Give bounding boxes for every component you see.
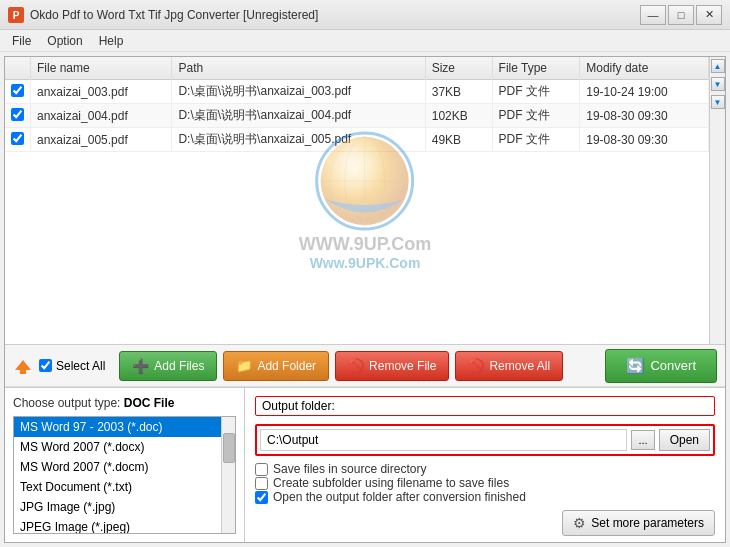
file-table: File name Path Size File Type Modify dat… bbox=[5, 57, 709, 152]
output-list-item[interactable]: JPG Image (*.jpg) bbox=[14, 497, 221, 517]
folder-option-checkbox-0[interactable] bbox=[255, 463, 268, 476]
folder-input-row: ... Open bbox=[255, 424, 715, 456]
bottom-panel: Choose output type: DOC File MS Word 97 … bbox=[5, 387, 725, 542]
convert-icon: 🔄 bbox=[626, 357, 645, 375]
folder-option-1: Create subfolder using filename to save … bbox=[255, 476, 715, 490]
menu-file[interactable]: File bbox=[4, 32, 39, 50]
row-size: 102KB bbox=[425, 104, 492, 128]
table-row: anxaizai_003.pdf D:\桌面\说明书\anxaizai_003.… bbox=[5, 80, 709, 104]
remove-file-button[interactable]: 🚫 Remove File bbox=[335, 351, 449, 381]
folder-browse-button[interactable]: ... bbox=[631, 430, 654, 450]
folder-option-checkbox-1[interactable] bbox=[255, 477, 268, 490]
table-row: anxaizai_004.pdf D:\桌面\说明书\anxaizai_004.… bbox=[5, 104, 709, 128]
row-size: 37KB bbox=[425, 80, 492, 104]
col-filename: File name bbox=[31, 57, 172, 80]
output-list[interactable]: MS Word 97 - 2003 (*.doc)MS Word 2007 (*… bbox=[14, 417, 221, 533]
add-folder-label: Add Folder bbox=[257, 359, 316, 373]
output-folder-panel: Output folder: ... Open Save files in so… bbox=[245, 388, 725, 542]
svg-text:P: P bbox=[13, 10, 20, 21]
row-path: D:\桌面\说明书\anxaizai_005.pdf bbox=[172, 128, 425, 152]
row-checkbox[interactable] bbox=[11, 132, 24, 145]
row-size: 49KB bbox=[425, 128, 492, 152]
col-size: Size bbox=[425, 57, 492, 80]
set-params-label: Set more parameters bbox=[591, 516, 704, 530]
row-checkbox-cell[interactable] bbox=[5, 104, 31, 128]
svg-rect-10 bbox=[20, 370, 26, 374]
row-checkbox[interactable] bbox=[11, 84, 24, 97]
row-checkbox-cell[interactable] bbox=[5, 80, 31, 104]
row-filetype: PDF 文件 bbox=[492, 128, 580, 152]
folder-label: Output folder: bbox=[255, 396, 715, 416]
close-button[interactable]: ✕ bbox=[696, 5, 722, 25]
col-check bbox=[5, 57, 31, 80]
folder-option-2: Open the output folder after conversion … bbox=[255, 490, 715, 504]
folder-option-checkbox-2[interactable] bbox=[255, 491, 268, 504]
watermark-text1: WWW.9UP.Com bbox=[299, 234, 432, 255]
upload-icon bbox=[13, 356, 33, 376]
select-all-checkbox[interactable] bbox=[39, 359, 52, 372]
row-filetype: PDF 文件 bbox=[492, 80, 580, 104]
output-list-item[interactable]: Text Document (*.txt) bbox=[14, 477, 221, 497]
row-date: 19-10-24 19:00 bbox=[580, 80, 709, 104]
output-type-label: Choose output type: DOC File bbox=[13, 396, 236, 410]
remove-all-label: Remove All bbox=[489, 359, 550, 373]
row-filename: anxaizai_003.pdf bbox=[31, 80, 172, 104]
table-row: anxaizai_005.pdf D:\桌面\说明书\anxaizai_005.… bbox=[5, 128, 709, 152]
add-folder-button[interactable]: 📁 Add Folder bbox=[223, 351, 329, 381]
list-scroll-thumb bbox=[223, 433, 235, 463]
folder-option-0: Save files in source directory bbox=[255, 462, 715, 476]
output-type-current: DOC File bbox=[124, 396, 175, 410]
window-title: Okdo Pdf to Word Txt Tif Jpg Converter [… bbox=[30, 8, 318, 22]
output-type-text: Choose output type: bbox=[13, 396, 120, 410]
folder-option-label-1: Create subfolder using filename to save … bbox=[273, 476, 509, 490]
folder-open-button[interactable]: Open bbox=[659, 429, 710, 451]
add-files-label: Add Files bbox=[154, 359, 204, 373]
menu-option[interactable]: Option bbox=[39, 32, 90, 50]
select-all-area: Select All bbox=[39, 359, 105, 373]
convert-label: Convert bbox=[650, 358, 696, 373]
toolbar: Select All ➕ Add Files 📁 Add Folder 🚫 Re… bbox=[5, 345, 725, 387]
row-path: D:\桌面\说明书\anxaizai_004.pdf bbox=[172, 104, 425, 128]
svg-marker-9 bbox=[15, 360, 31, 370]
file-table-container[interactable]: File name Path Size File Type Modify dat… bbox=[5, 57, 709, 344]
output-list-item[interactable]: MS Word 2007 (*.docm) bbox=[14, 457, 221, 477]
menu-help[interactable]: Help bbox=[91, 32, 132, 50]
main-container: File name Path Size File Type Modify dat… bbox=[4, 56, 726, 543]
output-list-container: MS Word 97 - 2003 (*.doc)MS Word 2007 (*… bbox=[13, 416, 236, 534]
row-checkbox-cell[interactable] bbox=[5, 128, 31, 152]
set-params-button[interactable]: ⚙ Set more parameters bbox=[562, 510, 715, 536]
row-checkbox[interactable] bbox=[11, 108, 24, 121]
app-icon: P bbox=[8, 7, 24, 23]
remove-all-button[interactable]: 🚫 Remove All bbox=[455, 351, 563, 381]
remove-file-icon: 🚫 bbox=[348, 358, 364, 373]
scroll-down-arrow1[interactable]: ▼ bbox=[711, 77, 725, 91]
watermark-text2: Www.9UPK.Com bbox=[299, 255, 432, 271]
add-files-button[interactable]: ➕ Add Files bbox=[119, 351, 217, 381]
scroll-down-arrow2[interactable]: ▼ bbox=[711, 95, 725, 109]
col-date: Modify date bbox=[580, 57, 709, 80]
col-path: Path bbox=[172, 57, 425, 80]
row-date: 19-08-30 09:30 bbox=[580, 104, 709, 128]
file-list-area: File name Path Size File Type Modify dat… bbox=[5, 57, 725, 345]
output-list-item[interactable]: MS Word 2007 (*.docx) bbox=[14, 437, 221, 457]
add-files-icon: ➕ bbox=[132, 358, 149, 374]
output-list-item[interactable]: MS Word 97 - 2003 (*.doc) bbox=[14, 417, 221, 437]
minimize-button[interactable]: — bbox=[640, 5, 666, 25]
folder-icon: 📁 bbox=[236, 358, 252, 373]
remove-file-label: Remove File bbox=[369, 359, 436, 373]
folder-option-label-2: Open the output folder after conversion … bbox=[273, 490, 526, 504]
maximize-button[interactable]: □ bbox=[668, 5, 694, 25]
menu-bar: File Option Help bbox=[0, 30, 730, 52]
row-filetype: PDF 文件 bbox=[492, 104, 580, 128]
gear-icon: ⚙ bbox=[573, 515, 586, 531]
output-list-item[interactable]: JPEG Image (*.jpeg) bbox=[14, 517, 221, 533]
output-type-panel: Choose output type: DOC File MS Word 97 … bbox=[5, 388, 245, 542]
col-filetype: File Type bbox=[492, 57, 580, 80]
scroll-up-arrow[interactable]: ▲ bbox=[711, 59, 725, 73]
folder-options: Save files in source directoryCreate sub… bbox=[255, 462, 715, 504]
convert-button[interactable]: 🔄 Convert bbox=[605, 349, 717, 383]
folder-path-input[interactable] bbox=[260, 429, 627, 451]
row-filename: anxaizai_005.pdf bbox=[31, 128, 172, 152]
select-all-label[interactable]: Select All bbox=[56, 359, 105, 373]
row-filename: anxaizai_004.pdf bbox=[31, 104, 172, 128]
